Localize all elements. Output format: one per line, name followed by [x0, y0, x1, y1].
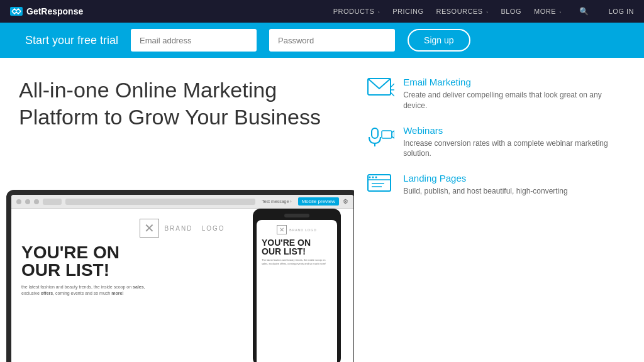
- nav-blog[interactable]: BLOG: [501, 8, 521, 15]
- laptop-mockup: Test message › Mobile preview ⚙ ✕ BRAND …: [6, 190, 354, 362]
- email-marketing-desc: Create and deliver compelling emails tha…: [403, 90, 625, 111]
- feature-email-marketing: Email Marketing Create and deliver compe…: [367, 77, 625, 111]
- trial-bar: Start your free trial Sign up: [0, 23, 644, 58]
- feature-webinars: Webinars Increase conversion rates with …: [367, 125, 625, 160]
- landing-pages-text: Landing Pages Build, publish, and host b…: [403, 173, 568, 197]
- webinars-text: Webinars Increase conversion rates with …: [403, 125, 625, 160]
- email-marketing-text: Email Marketing Create and deliver compe…: [403, 77, 625, 111]
- logo[interactable]: GetResponse: [10, 6, 83, 16]
- signup-button[interactable]: Sign up: [408, 29, 470, 52]
- logo-icon: [10, 7, 23, 16]
- svg-rect-6: [382, 131, 392, 138]
- logo-text: GetResponse: [26, 6, 83, 16]
- svg-line-3: [391, 92, 394, 96]
- mobile-preview-overlay: ✕ BRAND LOGO YOU'RE ONOUR LIST! The late…: [253, 209, 341, 362]
- svg-marker-7: [392, 131, 394, 138]
- search-icon[interactable]: 🔍: [579, 7, 589, 16]
- email-marketing-title: Email Marketing: [403, 77, 625, 87]
- nav-pricing[interactable]: PRICING: [392, 8, 423, 15]
- password-input[interactable]: [269, 29, 395, 52]
- svg-rect-4: [372, 128, 378, 138]
- email-input[interactable]: [131, 29, 257, 52]
- webinars-icon: [367, 125, 394, 148]
- svg-rect-8: [368, 175, 391, 191]
- mobile-preview-btn: Mobile preview: [298, 197, 339, 206]
- webinars-desc: Increase conversion rates with a complet…: [403, 138, 625, 160]
- email-marketing-icon: [367, 77, 394, 99]
- login-link[interactable]: LOG IN: [609, 8, 634, 15]
- nav-resources[interactable]: RESOURCES ›: [436, 8, 488, 15]
- landing-pages-desc: Build, publish, and host beautiful, high…: [403, 186, 568, 197]
- nav-more[interactable]: MORE ›: [534, 8, 562, 15]
- hero-left: All-in-one Online MarketingPlatform to G…: [0, 58, 354, 362]
- trial-text: Start your free trial: [25, 34, 118, 47]
- nav-products[interactable]: PRODUCTS ›: [333, 8, 380, 15]
- hero-right: Email Marketing Create and deliver compe…: [354, 58, 644, 362]
- landing-pages-title: Landing Pages: [403, 173, 568, 184]
- nav-links: PRODUCTS › PRICING RESOURCES › BLOG MORE…: [333, 7, 634, 16]
- landing-pages-icon: [367, 173, 394, 195]
- svg-point-14: [375, 177, 377, 178]
- hero-headline: All-in-one Online MarketingPlatform to G…: [19, 77, 335, 130]
- svg-point-13: [372, 177, 374, 178]
- webinars-title: Webinars: [403, 125, 625, 136]
- svg-point-12: [369, 177, 371, 178]
- hero-section: All-in-one Online MarketingPlatform to G…: [0, 58, 644, 362]
- navigation: GetResponse PRODUCTS › PRICING RESOURCES…: [0, 0, 644, 23]
- feature-landing-pages: Landing Pages Build, publish, and host b…: [367, 173, 625, 197]
